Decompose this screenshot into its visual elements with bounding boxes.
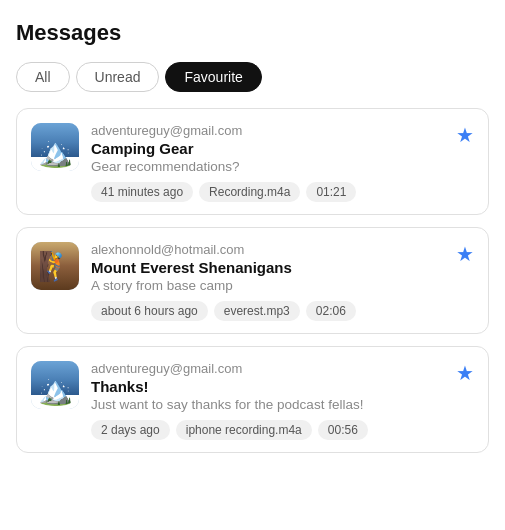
avatar (31, 123, 79, 171)
message-subject: Mount Everest Shenanigans (91, 259, 474, 276)
message-preview: Just want to say thanks for the podcast … (91, 397, 474, 412)
message-subject: Camping Gear (91, 140, 474, 157)
tab-bar: All Unread Favourite (16, 62, 489, 92)
tag: 01:21 (306, 182, 356, 202)
avatar (31, 361, 79, 409)
message-card[interactable]: adventureguy@gmail.comThanks!Just want t… (16, 346, 489, 453)
message-preview: Gear recommendations? (91, 159, 474, 174)
message-preview: A story from base camp (91, 278, 474, 293)
sender-email: adventureguy@gmail.com (91, 123, 474, 138)
message-tags: 2 days agoiphone recording.m4a00:56 (91, 420, 474, 440)
star-icon[interactable]: ★ (456, 123, 474, 147)
tag: iphone recording.m4a (176, 420, 312, 440)
avatar (31, 242, 79, 290)
tab-unread[interactable]: Unread (76, 62, 160, 92)
message-tags: 41 minutes agoRecording.m4a01:21 (91, 182, 474, 202)
message-subject: Thanks! (91, 378, 474, 395)
tag: 41 minutes ago (91, 182, 193, 202)
tag: about 6 hours ago (91, 301, 208, 321)
star-icon[interactable]: ★ (456, 242, 474, 266)
tag: everest.mp3 (214, 301, 300, 321)
tab-all[interactable]: All (16, 62, 70, 92)
message-tags: about 6 hours agoeverest.mp302:06 (91, 301, 474, 321)
star-icon[interactable]: ★ (456, 361, 474, 385)
tab-favourite[interactable]: Favourite (165, 62, 261, 92)
page-title: Messages (16, 20, 489, 46)
tag: Recording.m4a (199, 182, 300, 202)
message-card[interactable]: adventureguy@gmail.comCamping GearGear r… (16, 108, 489, 215)
tag: 00:56 (318, 420, 368, 440)
message-list: adventureguy@gmail.comCamping GearGear r… (16, 108, 489, 465)
tag: 02:06 (306, 301, 356, 321)
sender-email: adventureguy@gmail.com (91, 361, 474, 376)
message-card[interactable]: alexhonnold@hotmail.comMount Everest She… (16, 227, 489, 334)
message-body: alexhonnold@hotmail.comMount Everest She… (91, 242, 474, 321)
message-body: adventureguy@gmail.comThanks!Just want t… (91, 361, 474, 440)
sender-email: alexhonnold@hotmail.com (91, 242, 474, 257)
message-body: adventureguy@gmail.comCamping GearGear r… (91, 123, 474, 202)
tag: 2 days ago (91, 420, 170, 440)
